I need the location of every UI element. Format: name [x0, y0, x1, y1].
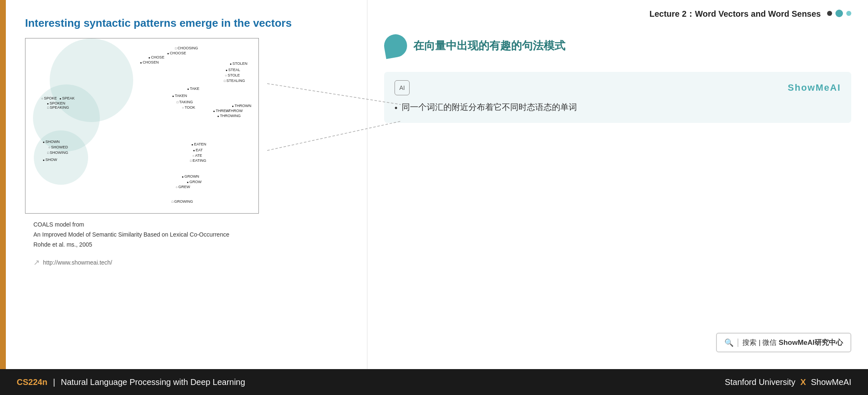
citation-line1: COALS model from	[33, 220, 350, 230]
search-divider	[738, 339, 738, 347]
search-box-area[interactable]: 🔍 搜索 | 微信 ShowMeAI研究中心	[716, 333, 851, 352]
word-speaking: SPEAKING	[47, 105, 69, 110]
annotation-header: AI ShowMeAI	[395, 80, 841, 95]
ai-icon: AI	[395, 80, 410, 95]
word-chosen: CHOSEN	[140, 60, 159, 64]
dots-row	[827, 10, 851, 17]
word-show: SHOW	[43, 158, 57, 162]
word-ate: ATE	[192, 153, 202, 158]
section-header: 在向量中出现的有趣的句法模式	[384, 34, 851, 57]
word-showed: SHOWED	[48, 145, 68, 149]
footer-right-brand: ShowMeAI	[811, 377, 851, 387]
word-grow: GROW	[187, 180, 202, 184]
word-shown: SHOWN	[43, 140, 60, 144]
word-steal: STEAL	[226, 68, 240, 72]
word-throwing: THROWING	[218, 114, 241, 118]
word-spoken: SPOKEN	[47, 101, 65, 105]
url-row: ↗ http://www.showmeai.tech/	[33, 258, 350, 267]
word-eating: EATING	[190, 158, 206, 163]
annotation-box: AI ShowMeAI • 同一个词汇的附近分布着它不同时态语态的单词	[384, 72, 851, 123]
slide-title: Interesting syntactic patterns emerge in…	[25, 17, 350, 30]
footer-university: Stanford University	[725, 377, 795, 387]
slide-panel: Interesting syntactic patterns emerge in…	[0, 0, 367, 369]
word-stolen: STOLEN	[230, 61, 247, 66]
word-thrown: THROWN	[232, 104, 251, 108]
word-took: TOOK	[182, 105, 195, 110]
chart-area: CHOOSING CHOOSE CHOSE CHOSEN STOLEN STEA…	[25, 38, 350, 357]
word-grown: GROWN	[182, 174, 199, 178]
word-taking: TAKING	[177, 100, 193, 104]
word-eat: EAT	[193, 148, 202, 152]
showmeai-brand: ShowMeAI	[788, 82, 841, 93]
footer-separator: |	[53, 377, 55, 387]
cursor-icon: ↗	[33, 258, 40, 267]
word-throw: THROW	[226, 109, 243, 113]
circle-show	[34, 130, 88, 185]
footer-x: X	[800, 377, 806, 387]
word-choose: CHOOSE	[167, 51, 186, 55]
annotation-text: • 同一个词汇的附近分布着它不同时态语态的单词	[395, 100, 841, 115]
bullet-symbol: •	[395, 101, 397, 115]
dot-teal	[835, 10, 843, 17]
cs224n-brand: CS224n	[17, 377, 47, 387]
word-eaten: EATEN	[192, 142, 206, 146]
citation-line2: An Improved Model of Semantic Similarity…	[33, 230, 350, 240]
search-box[interactable]: 🔍 搜索 | 微信 ShowMeAI研究中心	[716, 333, 851, 352]
citation-block: COALS model from An Improved Model of Se…	[33, 220, 350, 250]
search-icon: 🔍	[724, 338, 734, 347]
bottom-right: Stanford University X ShowMeAI	[725, 377, 851, 387]
lecture-title: Lecture 2：Word Vectors and Word Senses	[650, 8, 821, 20]
orange-bar	[0, 0, 6, 369]
word-grew: GREW	[176, 185, 190, 189]
word-chart: CHOOSING CHOOSE CHOSE CHOSEN STOLEN STEA…	[25, 38, 259, 214]
dot-light-teal	[846, 11, 851, 16]
word-stealing: STEALING	[224, 79, 245, 83]
footer-left-text: Natural Language Processing with Deep Le…	[61, 377, 245, 387]
bottom-left: CS224n | Natural Language Processing wit…	[17, 377, 245, 387]
word-stole: STOLE	[225, 73, 240, 77]
section-title-cn: 在向量中出现的有趣的句法模式	[413, 38, 565, 53]
bottom-bar: CS224n | Natural Language Processing wit…	[0, 369, 868, 395]
word-choosing: CHOOSING	[175, 46, 198, 50]
right-panel: Lecture 2：Word Vectors and Word Senses 在…	[367, 0, 868, 369]
teal-shape-icon	[382, 33, 409, 59]
word-spoke: SPOKE	[41, 96, 57, 100]
bullet-item: • 同一个词汇的附近分布着它不同时态语态的单词	[395, 100, 841, 115]
word-take: TAKE	[187, 87, 199, 91]
word-speak: SPEAK	[60, 96, 75, 100]
word-chose: CHOSE	[149, 55, 164, 59]
word-taken: TAKEN	[172, 94, 187, 98]
dot-dark	[827, 11, 832, 16]
bullet-text: 同一个词汇的附近分布着它不同时态语态的单词	[402, 100, 577, 114]
citation-line3: Rohde et al. ms., 2005	[33, 240, 350, 250]
url-text[interactable]: http://www.showmeai.tech/	[43, 259, 112, 266]
word-growing: GROWING	[172, 199, 193, 204]
search-label: 搜索 | 微信 ShowMeAI研究中心	[742, 338, 843, 347]
word-showing: SHOWING	[47, 150, 68, 155]
